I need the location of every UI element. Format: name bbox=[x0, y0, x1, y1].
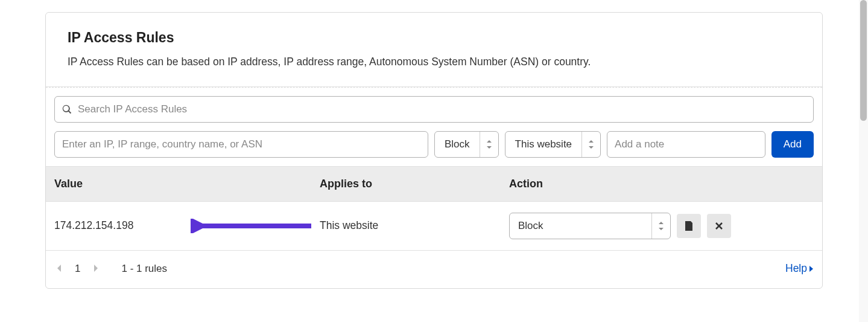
col-header-applies: Applies to bbox=[320, 178, 501, 190]
add-rule-row: Block This website Add bbox=[54, 131, 814, 158]
action-select-label: Block bbox=[435, 132, 480, 157]
chevron-updown-icon bbox=[652, 213, 670, 239]
help-label: Help bbox=[785, 262, 807, 275]
ip-access-rules-panel: IP Access Rules IP Access Rules can be b… bbox=[45, 12, 823, 289]
page-number: 1 bbox=[75, 263, 80, 275]
action-select[interactable]: Block bbox=[434, 131, 499, 158]
scrollbar-thumb[interactable] bbox=[860, 0, 867, 121]
ip-input-wrapper bbox=[54, 131, 428, 158]
note-input-wrapper bbox=[607, 131, 765, 158]
panel-description: IP Access Rules can be based on IP addre… bbox=[68, 54, 800, 69]
panel-title: IP Access Rules bbox=[68, 30, 800, 46]
close-icon bbox=[715, 222, 723, 230]
note-icon bbox=[684, 221, 694, 231]
chevron-left-icon bbox=[57, 265, 62, 272]
search-field-wrapper[interactable] bbox=[54, 96, 814, 123]
table-header-row: Value Applies to Action bbox=[46, 166, 822, 202]
row-action-select[interactable]: Block bbox=[509, 213, 671, 239]
panel-header: IP Access Rules IP Access Rules can be b… bbox=[46, 13, 822, 87]
col-header-action: Action bbox=[501, 178, 814, 190]
cell-applies: This website bbox=[320, 219, 501, 232]
search-icon bbox=[62, 105, 72, 114]
form-area: Block This website Add bbox=[46, 87, 822, 166]
scope-select-label: This website bbox=[505, 132, 582, 157]
chevron-right-icon bbox=[93, 265, 98, 272]
scope-select[interactable]: This website bbox=[505, 131, 601, 158]
row-action-label: Block bbox=[510, 213, 652, 239]
delete-button[interactable] bbox=[707, 214, 731, 238]
rule-count: 1 - 1 rules bbox=[121, 263, 167, 275]
col-header-value: Value bbox=[54, 178, 320, 190]
note-input[interactable] bbox=[615, 138, 758, 150]
page-next-button[interactable] bbox=[91, 260, 101, 277]
help-link[interactable]: Help bbox=[785, 262, 814, 275]
scrollbar-track[interactable] bbox=[859, 0, 868, 301]
chevron-updown-icon bbox=[582, 132, 600, 157]
page-prev-button[interactable] bbox=[54, 260, 64, 277]
panel-footer: 1 1 - 1 rules Help bbox=[46, 251, 822, 288]
chevron-updown-icon bbox=[480, 132, 498, 157]
chevron-right-icon bbox=[809, 266, 814, 272]
cell-value: 174.212.154.198 bbox=[54, 219, 320, 232]
ip-input[interactable] bbox=[62, 138, 420, 150]
table-row: 174.212.154.198 This website Block bbox=[46, 202, 822, 251]
pagination: 1 1 - 1 rules bbox=[54, 260, 167, 277]
cell-action: Block bbox=[501, 213, 814, 239]
note-button[interactable] bbox=[677, 214, 701, 238]
add-button[interactable]: Add bbox=[771, 131, 814, 158]
search-input[interactable] bbox=[78, 97, 806, 122]
